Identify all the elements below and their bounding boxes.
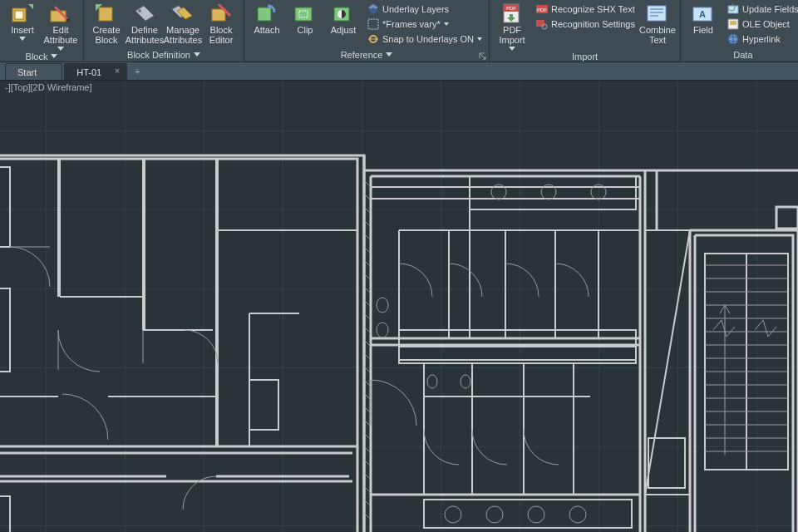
svg-marker-2 — [28, 4, 33, 9]
panel-block-definition-title[interactable]: Block Definition — [87, 49, 240, 62]
svg-point-9 — [138, 9, 141, 12]
clip-button[interactable]: Clip — [286, 2, 324, 35]
reference-launcher-icon[interactable] — [479, 52, 486, 59]
panel-reference: Attach Clip Adjust Underlay La — [244, 0, 490, 62]
panel-data: A Field Update Fields OLE Object — [681, 0, 798, 62]
panel-reference-title[interactable]: Reference — [248, 49, 485, 62]
attach-button[interactable]: Attach — [248, 2, 286, 35]
ribbon: Insert Edit Attribute Block Create Block — [0, 0, 798, 62]
snap-icon — [367, 33, 379, 45]
file-tabs: Start HT-01 × + — [0, 62, 798, 81]
panel-import-title: Import — [493, 51, 677, 63]
floor-plan-drawing — [0, 81, 798, 532]
define-attributes-label: Define Attributes — [126, 25, 164, 45]
svg-rect-53 — [776, 207, 798, 229]
tab-start[interactable]: Start — [5, 63, 62, 80]
manage-attributes-button[interactable]: Manage Attributes — [164, 2, 202, 45]
combine-text-label: Combine Text — [639, 25, 676, 45]
frames-icon — [367, 18, 379, 30]
recognize-shx-button[interactable]: PDF Recognize SHX Text — [533, 2, 638, 17]
svg-point-66 — [528, 506, 544, 523]
panel-block-definition: Create Block Define Attributes Manage At… — [84, 0, 244, 62]
snap-underlays-button[interactable]: Snap to Underlays ON — [364, 32, 485, 47]
adjust-icon — [332, 3, 355, 23]
block-editor-icon — [209, 3, 233, 23]
combine-text-icon — [646, 3, 669, 23]
manage-attributes-label: Manage Attributes — [164, 25, 202, 45]
attach-label: Attach — [254, 25, 279, 35]
svg-point-5 — [66, 18, 70, 22]
block-editor-button[interactable]: Block Editor — [202, 2, 240, 45]
svg-point-63 — [461, 375, 470, 388]
svg-rect-32 — [648, 6, 666, 21]
insert-label: Insert — [11, 25, 34, 41]
svg-point-67 — [569, 506, 586, 523]
svg-rect-38 — [728, 6, 738, 13]
svg-marker-20 — [368, 7, 378, 14]
svg-rect-40 — [730, 21, 736, 25]
tab-start-label: Start — [17, 67, 37, 77]
field-button[interactable]: A Field — [684, 2, 722, 35]
svg-point-65 — [486, 506, 503, 523]
adjust-label: Adjust — [331, 25, 357, 35]
panel-data-title: Data — [684, 49, 798, 62]
frames-vary-button[interactable]: *Frames vary* — [364, 17, 485, 32]
svg-rect-21 — [368, 19, 378, 29]
layers-icon — [367, 3, 379, 15]
insert-button[interactable]: Insert — [3, 2, 42, 41]
define-attributes-button[interactable]: Define Attributes — [126, 2, 164, 45]
ole-object-icon — [727, 18, 739, 30]
panel-block: Insert Edit Attribute Block — [0, 0, 84, 62]
svg-line-69 — [645, 230, 690, 495]
create-block-label: Create Block — [89, 25, 124, 45]
pdf-import-button[interactable]: PDF PDF Import — [493, 2, 531, 51]
snap-underlays-label: Snap to Underlays ON — [382, 34, 474, 44]
manage-tags-icon — [171, 3, 195, 23]
globe-icon — [727, 33, 739, 45]
field-icon: A — [692, 3, 715, 23]
drawing-viewport[interactable]: -][Top][2D Wireframe] — [0, 81, 798, 532]
svg-rect-15 — [295, 7, 312, 21]
svg-rect-54 — [470, 176, 636, 209]
tab-ht01-label: HT-01 — [76, 67, 101, 77]
underlay-layers-label: Underlay Layers — [382, 4, 449, 14]
adjust-button[interactable]: Adjust — [324, 2, 362, 35]
add-tab-button[interactable]: + — [129, 63, 145, 80]
recognition-settings-button[interactable]: Recognition Settings — [533, 17, 638, 32]
recognize-shx-label: Recognize SHX Text — [551, 4, 635, 14]
clip-icon — [293, 3, 317, 23]
field-label: Field — [693, 25, 713, 35]
underlay-layers-button[interactable]: Underlay Layers — [364, 2, 485, 17]
svg-rect-6 — [99, 7, 112, 21]
recognize-text-icon: PDF — [536, 3, 548, 15]
svg-text:PDF: PDF — [506, 6, 516, 11]
tab-ht01[interactable]: HT-01 × — [64, 63, 127, 80]
hyperlink-button[interactable]: Hyperlink — [724, 32, 798, 47]
edit-attribute-icon — [49, 3, 72, 23]
svg-point-62 — [427, 375, 437, 388]
edit-attribute-button[interactable]: Edit Attribute — [42, 2, 80, 51]
hyperlink-label: Hyperlink — [742, 34, 781, 44]
svg-rect-14 — [258, 7, 271, 21]
svg-point-61 — [377, 323, 388, 337]
svg-text:A: A — [699, 9, 706, 19]
close-tab-icon[interactable]: × — [115, 66, 120, 76]
svg-point-64 — [445, 506, 461, 523]
pdf-import-label: PDF Import — [495, 25, 530, 51]
ole-object-label: OLE Object — [742, 19, 790, 29]
ole-object-button[interactable]: OLE Object — [724, 17, 798, 32]
panel-block-title[interactable]: Block — [3, 51, 80, 63]
combine-text-button[interactable]: Combine Text — [638, 2, 677, 45]
update-fields-label: Update Fields — [742, 4, 798, 14]
create-block-button[interactable]: Create Block — [87, 2, 126, 45]
create-block-icon — [95, 3, 118, 23]
update-fields-button[interactable]: Update Fields — [724, 2, 798, 17]
recognition-settings-icon — [536, 18, 548, 30]
edit-attribute-label: Edit Attribute — [43, 25, 78, 51]
svg-text:PDF: PDF — [537, 7, 547, 12]
svg-marker-11 — [177, 7, 192, 19]
recognition-settings-label: Recognition Settings — [551, 19, 635, 29]
svg-rect-1 — [15, 11, 23, 19]
block-editor-label: Block Editor — [204, 25, 239, 45]
clip-label: Clip — [298, 25, 313, 35]
